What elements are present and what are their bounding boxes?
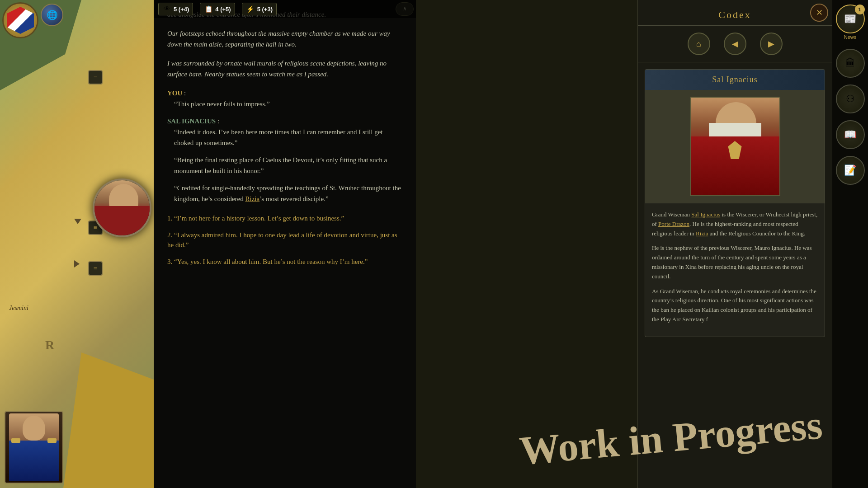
orders-stat: 📋 4 (+5): [200, 3, 235, 15]
rizia-codex-link[interactable]: Rizia: [696, 230, 708, 237]
codex-portrait-container: [645, 90, 825, 203]
people-button[interactable]: ⚇: [836, 84, 865, 113]
rizia-link[interactable]: Rizia: [245, 195, 259, 202]
vision-icon: 👁: [162, 5, 171, 14]
news-button[interactable]: 📰 1: [836, 5, 865, 33]
codex-back-button[interactable]: ◀: [724, 33, 746, 55]
player-portrait: [5, 411, 63, 483]
char-robe: [94, 206, 150, 235]
vision-stat: 👁 5 (+4): [158, 3, 193, 15]
close-icon: ✕: [816, 8, 823, 18]
sal-ignacius-link[interactable]: Sal Ignacius: [691, 211, 720, 218]
map-marker-3[interactable]: [88, 261, 103, 276]
map-arrow-1: [74, 219, 81, 224]
orders-icon: 📋: [204, 5, 213, 14]
npc-line: SAL IGNACIUS :: [167, 116, 402, 127]
buildings-button[interactable]: 🏛: [836, 49, 865, 78]
dialogue-scroll: ∧ ace alongside the entrance after I mot…: [154, 0, 416, 282]
back-arrow-icon: ◀: [732, 39, 738, 49]
news-badge: 1: [855, 5, 865, 14]
codex-forward-button[interactable]: ▶: [760, 33, 783, 55]
codex-panel: Codex ⌂ ◀ ▶ Sal Ignacius: [637, 0, 832, 488]
character-portrait-circle: [93, 178, 151, 237]
codex-home-button[interactable]: ⌂: [688, 33, 710, 55]
right-sidebar: 📰 1 News 🏛 ⚇ 📖 📝: [832, 0, 868, 488]
home-icon: ⌂: [696, 39, 701, 49]
npc-speech-2: “Being the final resting place of Caelus…: [174, 155, 402, 176]
newspaper-icon: 📰: [844, 13, 856, 25]
map-label-r: R: [45, 338, 54, 352]
codex-card-header: Sal Ignacius: [645, 70, 825, 90]
dialogue-choices: 1. “I’m not here for a history lesson. L…: [167, 213, 402, 267]
map-panel: 🌐 Jesmini R: [0, 0, 154, 488]
journal-button[interactable]: 📝: [836, 156, 865, 185]
globe-icon[interactable]: 🌐: [41, 4, 63, 26]
top-bar: 👁 5 (+4) 📋 4 (+5) ⚡ 5 (+3): [154, 0, 416, 18]
codex-desc-3: As Grand Wiseman, he conducts royal cere…: [652, 287, 818, 324]
you-label: YOU: [167, 89, 182, 97]
narration-2: Our footsteps echoed throughout the mass…: [167, 28, 402, 50]
energy-value: 5 (+3): [257, 6, 273, 13]
you-line: YOU :: [167, 88, 402, 99]
building-icon: 🏛: [845, 57, 855, 69]
energy-icon: ⚡: [246, 5, 255, 14]
choice-3[interactable]: 3. “Yes, yes. I know all about him. But …: [167, 257, 402, 267]
codex-character-name: Sal Ignacius: [651, 75, 819, 84]
codex-content: Sal Ignacius Grand Wiseman Sal Ignacius …: [638, 62, 832, 487]
codex-portrait: [690, 97, 780, 196]
map-label-jesmini: Jesmini: [9, 305, 28, 312]
choice-2[interactable]: 2. “I always admired him. I hope to one …: [167, 230, 402, 250]
vision-value: 5 (+4): [174, 6, 189, 13]
book-icon: 📖: [844, 129, 856, 141]
npc-colon: :: [216, 117, 219, 125]
news-label: News: [844, 34, 857, 40]
you-colon: :: [182, 89, 186, 97]
narration-3: I was surrounded by ornate wall murals o…: [167, 58, 402, 80]
codex-button[interactable]: 📖: [836, 120, 865, 149]
people-icon: ⚇: [846, 93, 855, 105]
orders-value: 4 (+5): [215, 6, 231, 13]
scroll-icon: 📝: [844, 164, 856, 176]
choice-1[interactable]: 1. “I’m not here for a history lesson. L…: [167, 213, 402, 224]
map-arrow-2: [74, 260, 80, 267]
codex-char-collar: [709, 123, 761, 136]
map-marker-1[interactable]: [88, 70, 103, 84]
porte-drazon-link[interactable]: Porte Drazon: [658, 221, 689, 227]
npc-speech-1: “Indeed it does. I’ve been here more tim…: [174, 127, 402, 148]
npc-speech-3: “Credited for single-handedly spreading …: [174, 183, 402, 204]
codex-desc-2: He is the nephew of the previous Wiscere…: [652, 244, 818, 281]
dialogue-area: ∧ ace alongside the entrance after I mot…: [154, 0, 416, 488]
codex-character-card: Sal Ignacius Grand Wiseman Sal Ignacius …: [645, 69, 825, 337]
codex-header: Codex: [638, 0, 832, 26]
forward-arrow-icon: ▶: [768, 39, 774, 49]
energy-stat: ⚡ 5 (+3): [242, 3, 277, 15]
codex-desc-1: Grand Wiseman Sal Ignacius is the Wiscer…: [652, 210, 818, 238]
close-button[interactable]: ✕: [810, 4, 828, 22]
codex-nav: ⌂ ◀ ▶: [638, 26, 832, 62]
npc-label: SAL IGNACIUS: [167, 117, 216, 125]
portrait-figure: [9, 413, 59, 481]
you-speech: “This place never fails to impress.”: [174, 99, 402, 109]
codex-title: Codex: [638, 9, 832, 21]
country-emblem: [2, 2, 38, 38]
codex-description: Grand Wiseman Sal Ignacius is the Wiscer…: [645, 203, 825, 337]
